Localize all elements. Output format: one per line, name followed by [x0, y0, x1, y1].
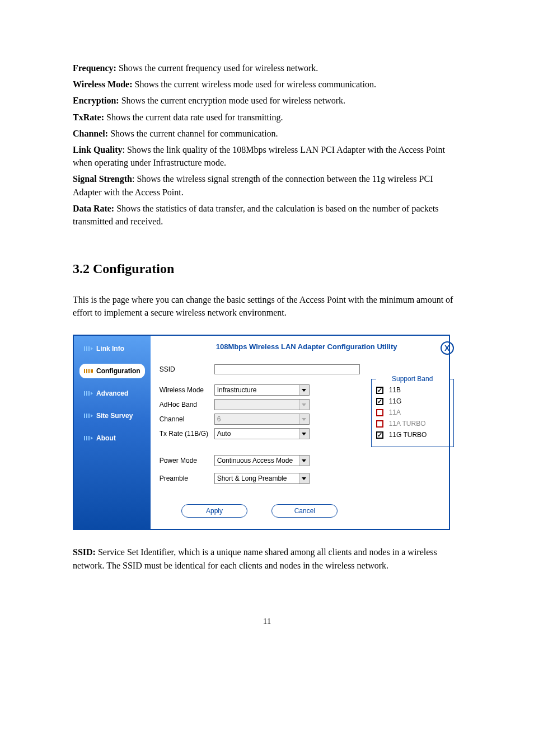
label-ssid: SSID	[160, 365, 214, 373]
def-desc: Shows the current data rate used for tra…	[104, 112, 283, 122]
cb-label: 11G	[389, 397, 402, 405]
preamble-select[interactable]: Short & Long Preamble	[214, 473, 310, 484]
cancel-button[interactable]: Cancel	[271, 504, 338, 518]
cb-row-11a: 11A	[376, 408, 449, 416]
def-term: Signal Strength	[73, 174, 132, 184]
sidebar-nav: Link Info Configuration Advanced Site Su…	[74, 336, 151, 529]
check-icon: ✓	[377, 398, 382, 405]
wireless-mode-select[interactable]: Infrastructure	[214, 384, 310, 396]
main-panel: 108Mbps Wireless LAN Adapter Configurati…	[151, 336, 463, 529]
row-wireless-mode: Wireless Mode Infrastructure	[160, 384, 360, 396]
def-term: TxRate:	[73, 112, 104, 122]
row-preamble: Preamble Short & Long Preamble	[160, 473, 360, 484]
def-desc: Shows the current encryption mode used f…	[119, 96, 345, 105]
nav-label: Link Info	[96, 345, 124, 353]
nav-label: Site Survey	[96, 412, 133, 420]
def-term: Frequency:	[73, 63, 116, 73]
def-desc: Shows the current wireless mode used for…	[133, 79, 376, 89]
channel-select: 6	[214, 414, 310, 425]
action-row: Apply Cancel	[160, 504, 360, 518]
nav-link-info[interactable]: Link Info	[79, 341, 145, 356]
def-channel: Channel: Shows the current channel for c…	[73, 127, 461, 140]
row-channel: Channel 6	[160, 414, 360, 425]
checkbox-11b[interactable]: ✓	[376, 387, 383, 394]
label-power-mode: Power Mode	[160, 457, 214, 464]
nav-label: Advanced	[96, 389, 128, 397]
def-desc: Shows the current frequency used for wir…	[116, 63, 318, 73]
label-wireless-mode: Wireless Mode	[160, 386, 214, 394]
cb-label: 11A	[389, 408, 401, 416]
definitions-block: Frequency: Shows the current frequency u…	[73, 62, 461, 228]
bullets-icon	[84, 414, 93, 418]
nav-advanced[interactable]: Advanced	[79, 386, 145, 401]
def-desc: : Shows the link quality of the 108Mbps …	[73, 145, 445, 167]
nav-site-survey[interactable]: Site Survey	[79, 408, 145, 423]
label-channel: Channel	[160, 415, 214, 423]
def-term: Wireless Mode:	[73, 79, 133, 89]
nav-configuration[interactable]: Configuration	[79, 364, 145, 378]
form-area: SSID Wireless Mode Infrastructure AdHoc …	[160, 364, 454, 518]
def-wireless-mode: Wireless Mode: Shows the current wireles…	[73, 78, 461, 91]
cb-label: 11G TURBO	[389, 431, 427, 439]
cb-row-11b[interactable]: ✓ 11B	[376, 386, 449, 394]
def-term: Link Quality	[73, 145, 122, 154]
label-adhoc-band: AdHoc Band	[160, 401, 214, 408]
tx-rate-select[interactable]: Auto	[214, 428, 310, 439]
bullets-icon	[84, 391, 93, 396]
apply-button[interactable]: Apply	[181, 504, 247, 518]
close-button[interactable]: X	[441, 341, 454, 355]
cb-label: 11A TURBO	[389, 420, 426, 428]
cb-row-11g[interactable]: ✓ 11G	[376, 397, 449, 405]
row-tx-rate: Tx Rate (11B/G) Auto	[160, 428, 360, 439]
def-txrate: TxRate: Shows the current data rate used…	[73, 111, 461, 124]
checkbox-11a-turbo	[376, 420, 383, 428]
row-power-mode: Power Mode Continuous Access Mode	[160, 455, 360, 466]
def-signal-strength: Signal Strength: Shows the wireless sign…	[73, 172, 461, 198]
def-data-rate: Data Rate: Shows the statistics of data …	[73, 202, 461, 228]
chevron-down-icon	[299, 385, 309, 395]
def-term: Channel:	[73, 129, 108, 138]
def-link-quality: Link Quality: Shows the link quality of …	[73, 143, 461, 169]
select-value: Auto	[217, 430, 231, 438]
select-value: Infrastructure	[217, 386, 257, 394]
section-intro: This is the page where you can change th…	[73, 293, 461, 319]
main-header: 108Mbps Wireless LAN Adapter Configurati…	[160, 342, 454, 351]
label-preamble: Preamble	[160, 475, 214, 482]
check-icon: ✓	[377, 387, 382, 393]
def-desc: Shows the statistics of data transfer, a…	[73, 204, 438, 226]
select-value: 6	[217, 415, 221, 423]
def-encryption: Encryption: Shows the current encryption…	[73, 94, 461, 107]
checkbox-11g[interactable]: ✓	[376, 398, 383, 405]
bullets-icon	[84, 346, 93, 351]
ssid-input[interactable]	[214, 364, 360, 374]
nav-label: Configuration	[96, 367, 140, 375]
chevron-down-icon	[299, 473, 309, 483]
row-adhoc-band: AdHoc Band	[160, 399, 360, 410]
def-desc: Shows the current channel for communicat…	[108, 129, 278, 138]
checkbox-11g-turbo[interactable]: ✓	[376, 431, 383, 439]
cb-row-11g-turbo[interactable]: ✓ 11G TURBO	[376, 431, 449, 439]
support-band-group: Support Band ✓ 11B ✓ 11G 11A	[371, 379, 454, 447]
cb-row-11a-turbo: 11A TURBO	[376, 420, 449, 428]
label-tx-rate: Tx Rate (11B/G)	[160, 430, 214, 438]
adhoc-band-select	[214, 399, 310, 410]
configuration-utility-window: Link Info Configuration Advanced Site Su…	[73, 335, 450, 530]
select-value: Short & Long Preamble	[217, 475, 287, 482]
document-page: Frequency: Shows the current frequency u…	[0, 0, 534, 660]
nav-about[interactable]: About	[79, 431, 145, 445]
section-heading: 3.2 Configuration	[73, 261, 461, 276]
def-term: Data Rate:	[73, 204, 114, 213]
def-frequency: Frequency: Shows the current frequency u…	[73, 62, 461, 74]
row-ssid: SSID	[160, 364, 360, 374]
chevron-down-icon	[299, 400, 309, 410]
close-icon: X	[444, 344, 449, 352]
chevron-down-icon	[299, 414, 309, 424]
bullets-icon	[84, 436, 93, 440]
def-desc: Service Set Identifier, which is a uniqu…	[73, 547, 437, 570]
cb-label: 11B	[389, 386, 401, 394]
window-title: 108Mbps Wireless LAN Adapter Configurati…	[216, 342, 397, 351]
support-band-legend: Support Band	[376, 375, 449, 383]
page-number: 11	[73, 617, 461, 626]
power-mode-select[interactable]: Continuous Access Mode	[214, 455, 310, 466]
chevron-down-icon	[299, 456, 309, 466]
